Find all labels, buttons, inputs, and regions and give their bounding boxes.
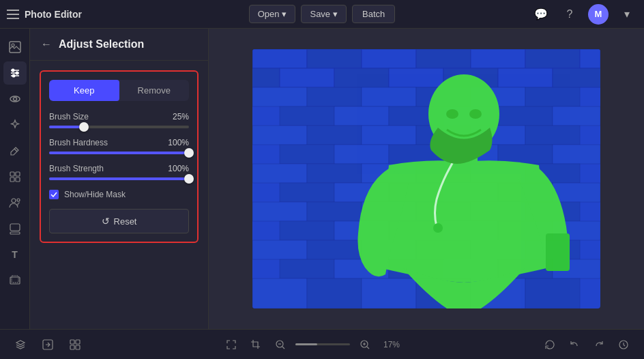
reset-button[interactable]: ↺ Reset: [49, 209, 189, 233]
show-hide-mask-row: Show/Hide Mask: [49, 190, 189, 199]
avatar[interactable]: M: [588, 4, 609, 25]
brush-size-label: Brush Size: [49, 112, 89, 121]
export-icon[interactable]: [38, 335, 57, 354]
canvas-image: [252, 49, 600, 308]
brush-size-thumb[interactable]: [79, 122, 89, 132]
panel-header: ← Adjust Selection: [30, 29, 208, 61]
keep-remove-toggle: Keep Remove: [49, 80, 189, 101]
save-chevron: ▾: [333, 9, 338, 19]
brush-size-track[interactable]: [49, 126, 189, 128]
svg-rect-33: [498, 68, 553, 87]
sidebar-item-people[interactable]: [3, 191, 27, 214]
topbar-left: Photo Editor: [7, 9, 249, 20]
svg-rect-21: [252, 49, 307, 68]
sidebar-item-grid[interactable]: [3, 165, 27, 188]
save-label: Save: [310, 9, 330, 19]
layers-icon[interactable]: [11, 335, 30, 354]
redo-icon[interactable]: [589, 335, 609, 354]
sidebar-item-view[interactable]: [3, 87, 27, 111]
svg-rect-54: [334, 145, 389, 164]
crop-icon[interactable]: [246, 335, 265, 354]
svg-rect-37: [362, 87, 416, 106]
svg-rect-10: [10, 172, 14, 176]
save-button[interactable]: Save ▾: [301, 5, 347, 23]
svg-point-14: [12, 199, 16, 203]
zoom-slider[interactable]: [295, 343, 350, 345]
editor-canvas[interactable]: [252, 49, 600, 308]
undo-icon[interactable]: [565, 335, 584, 354]
reset-view-icon[interactable]: [540, 335, 559, 354]
sidebar-item-layers[interactable]: [3, 269, 27, 292]
message-icon[interactable]: 💬: [531, 4, 551, 25]
brush-size-section: Brush Size 25%: [49, 112, 189, 128]
svg-rect-59: [252, 164, 307, 183]
zoom-fill: [295, 343, 317, 345]
svg-rect-111: [76, 345, 80, 349]
svg-rect-60: [307, 164, 362, 183]
brush-hardness-header: Brush Hardness 100%: [49, 138, 189, 147]
svg-rect-42: [334, 106, 389, 126]
svg-rect-12: [10, 177, 14, 182]
sidebar-item-edit[interactable]: [3, 139, 27, 162]
svg-point-7: [12, 74, 15, 78]
svg-rect-23: [362, 49, 416, 68]
brush-strength-section: Brush Strength 100%: [49, 164, 189, 180]
brush-strength-thumb[interactable]: [184, 174, 194, 184]
expand-icon[interactable]: ▾: [617, 4, 637, 25]
svg-rect-22: [307, 49, 362, 68]
help-icon[interactable]: ?: [559, 4, 580, 25]
sidebar-item-magic[interactable]: [3, 113, 27, 137]
sidebar-item-image[interactable]: [3, 35, 27, 59]
zoom-out-icon[interactable]: [271, 335, 290, 354]
svg-rect-57: [498, 145, 553, 164]
app-title: Photo Editor: [25, 9, 82, 20]
zoom-in-icon[interactable]: [355, 335, 375, 354]
svg-rect-11: [16, 172, 20, 176]
brush-strength-fill: [49, 177, 189, 180]
svg-rect-41: [280, 106, 334, 126]
svg-rect-65: [280, 183, 334, 202]
svg-rect-53: [280, 145, 334, 164]
topbar: Photo Editor Open ▾ Save ▾ Batch 💬 ? M ▾: [0, 0, 644, 29]
sidebar-item-stamp[interactable]: [3, 217, 27, 240]
selection-box: Keep Remove Brush Size 25%: [40, 70, 199, 243]
show-hide-mask-checkbox[interactable]: [49, 190, 59, 199]
avatar-label: M: [595, 9, 602, 19]
remove-button[interactable]: Remove: [119, 80, 190, 101]
batch-label: Batch: [362, 9, 385, 19]
brush-hardness-track[interactable]: [49, 152, 189, 154]
brush-size-header: Brush Size 25%: [49, 112, 189, 121]
brush-hardness-thumb[interactable]: [184, 148, 194, 158]
keep-button[interactable]: Keep: [49, 80, 119, 101]
svg-rect-29: [280, 68, 334, 87]
svg-point-1: [12, 44, 14, 46]
svg-rect-96: [307, 278, 362, 308]
open-button[interactable]: Open ▾: [249, 5, 296, 23]
back-button[interactable]: ←: [41, 38, 52, 51]
menu-icon[interactable]: [7, 10, 19, 19]
panel-content: Keep Remove Brush Size 25%: [30, 61, 208, 329]
svg-rect-36: [307, 87, 362, 106]
sidebar-item-adjust[interactable]: [3, 61, 27, 85]
svg-rect-47: [252, 126, 307, 145]
grid-icon[interactable]: [65, 335, 85, 354]
svg-rect-84: [307, 240, 362, 259]
svg-rect-109: [76, 340, 80, 344]
svg-point-9: [13, 98, 16, 101]
history-icon[interactable]: [614, 335, 633, 354]
svg-rect-30: [334, 68, 389, 87]
brush-strength-value: 100%: [168, 164, 189, 173]
brush-strength-track[interactable]: [49, 177, 189, 180]
svg-rect-26: [525, 49, 580, 68]
sidebar-item-text[interactable]: T: [3, 243, 27, 266]
svg-rect-40: [525, 87, 580, 106]
svg-rect-25: [471, 49, 525, 68]
svg-rect-100: [525, 278, 580, 308]
svg-point-105: [446, 109, 458, 119]
svg-rect-16: [10, 224, 20, 231]
svg-point-104: [433, 223, 443, 233]
canvas-area: [209, 29, 644, 329]
side-panel: ← Adjust Selection Keep Remove Brush Siz…: [30, 29, 209, 329]
batch-button[interactable]: Batch: [352, 5, 395, 23]
fit-icon[interactable]: [222, 335, 241, 354]
